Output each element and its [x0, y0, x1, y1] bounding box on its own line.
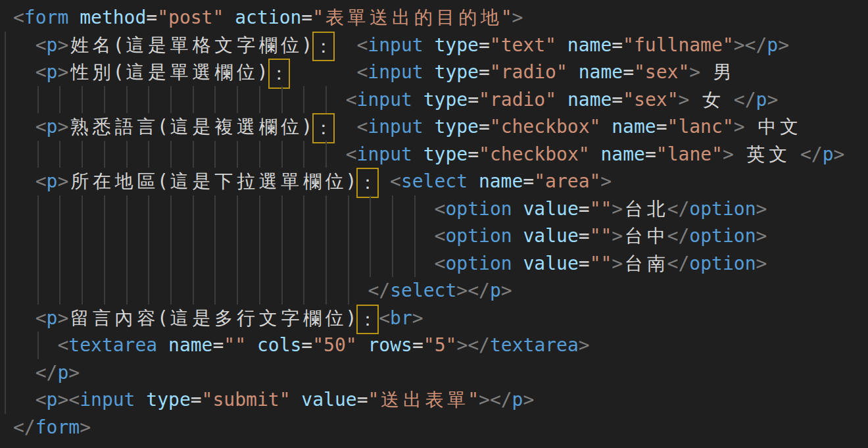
code-line[interactable]: </form> [13, 414, 868, 441]
code-line[interactable]: <p><input type="submit" value="送出表單"></p… [13, 386, 868, 414]
code-token [468, 170, 479, 192]
code-token: = [146, 7, 157, 28]
code-token: form [24, 7, 68, 28]
code-token: > [579, 334, 590, 356]
code-token: < [346, 89, 357, 111]
indent-guide [82, 195, 83, 223]
code-token: </ [800, 143, 823, 165]
unicode-highlight-colon: ： [312, 113, 335, 143]
code-token [335, 116, 357, 137]
indent-guide [281, 277, 283, 305]
code-token [600, 116, 612, 137]
code-token: > [523, 389, 534, 411]
code-line[interactable]: <p>所在地區(這是下拉選單欄位)： <select name="area"> [13, 168, 868, 195]
code-token: < [435, 253, 446, 274]
code-line[interactable]: <p>留言內容(這是多行文字欄位)：<br> [13, 305, 868, 332]
code-line[interactable]: <p>性別(這是單選欄位)： <input type="radio" name=… [13, 59, 868, 86]
code-token: "" [590, 198, 612, 220]
code-token: rows [368, 334, 412, 356]
code-line[interactable]: <option value="">台北</option> [13, 195, 868, 223]
indent-guide [237, 222, 238, 250]
code-line[interactable]: <p>熟悉語言(這是複選欄位)： <input type="checkbox" … [13, 113, 868, 141]
code-token [335, 34, 357, 56]
unicode-highlight-colon: ： [312, 32, 335, 62]
code-token: = [479, 34, 490, 56]
indent-guide [281, 141, 283, 168]
indent-guide [126, 277, 128, 305]
indent-guide [170, 222, 172, 250]
indent-guide [259, 195, 260, 223]
code-token: = [468, 143, 479, 165]
code-token [423, 61, 435, 83]
code-token: p [756, 89, 767, 111]
code-token [512, 253, 523, 274]
code-token: option [445, 198, 512, 220]
code-token: > [756, 198, 767, 220]
code-token: ></ [456, 280, 490, 301]
code-line[interactable]: <textarea name="" cols="50" rows="5"></t… [13, 332, 868, 359]
code-token: option [445, 225, 512, 247]
indent-guide [303, 277, 304, 305]
code-token: 姓名(這是單格文字欄位) [68, 34, 312, 56]
code-token: </ [667, 198, 690, 220]
code-token: < [57, 334, 68, 356]
code-token: input [368, 34, 423, 56]
code-token: p [47, 61, 58, 83]
code-token: = [479, 116, 490, 137]
indent-guide [414, 222, 416, 250]
code-token: p [47, 34, 58, 56]
code-line[interactable]: <input type="radio" name="sex"> 女 </p> [13, 86, 868, 114]
code-token: < [390, 170, 401, 192]
code-token: "checkbox" [479, 143, 590, 165]
code-token: > [612, 198, 623, 220]
indent-guide [59, 222, 60, 250]
code-line[interactable]: <p>姓名(這是單格文字欄位)： <input type="text" name… [13, 32, 868, 59]
code-line[interactable]: <form method="post" action="表單送出的目的地"> [13, 4, 868, 32]
code-token [224, 7, 235, 28]
code-token: = [579, 198, 590, 220]
code-line[interactable]: <option value="">台南</option> [13, 250, 868, 278]
code-area[interactable]: <form method="post" action="表單送出的目的地"> <… [13, 4, 868, 441]
code-line[interactable]: </p> [13, 359, 868, 387]
code-line[interactable]: <option value="">台中</option> [13, 222, 868, 250]
code-token: name [601, 143, 645, 165]
code-token: p [57, 362, 68, 384]
code-token: br [390, 307, 412, 329]
code-token: > [57, 307, 68, 329]
code-token [556, 34, 567, 56]
indent-guide [104, 86, 105, 114]
code-token: p [47, 307, 58, 329]
code-token: ></ [456, 334, 490, 356]
indent-guide [193, 141, 194, 168]
code-line[interactable]: </select></p> [13, 277, 868, 305]
code-token: name [567, 34, 612, 56]
indent-guide [193, 250, 194, 278]
code-token: > [412, 307, 423, 329]
code-editor[interactable]: <form method="post" action="表單送出的目的地"> <… [0, 0, 868, 448]
code-token: > [734, 116, 745, 137]
code-token: < [36, 116, 47, 137]
code-line[interactable]: <input type="checkbox" name="lane"> 英文 <… [13, 141, 868, 168]
indent-guide [392, 250, 393, 278]
code-token: "sex" [623, 89, 678, 111]
code-token: > [57, 34, 68, 56]
indent-guide [303, 222, 304, 250]
code-token: > [612, 253, 623, 274]
code-token: "5" [423, 334, 457, 356]
code-token: p [767, 34, 778, 56]
code-token: = [579, 225, 590, 247]
code-token: < [36, 34, 47, 56]
code-token [290, 389, 301, 411]
indent-guide [37, 86, 39, 114]
indent-guide [259, 250, 260, 278]
code-token: p [47, 389, 58, 411]
indent-guide [214, 86, 216, 114]
indent-guide [326, 250, 327, 278]
indent-guide [326, 141, 327, 168]
code-token: = [523, 170, 534, 192]
code-token: < [356, 116, 368, 137]
code-token: > [679, 89, 690, 111]
code-token: p [512, 389, 523, 411]
code-token: "" [224, 334, 246, 356]
code-token [512, 225, 523, 247]
